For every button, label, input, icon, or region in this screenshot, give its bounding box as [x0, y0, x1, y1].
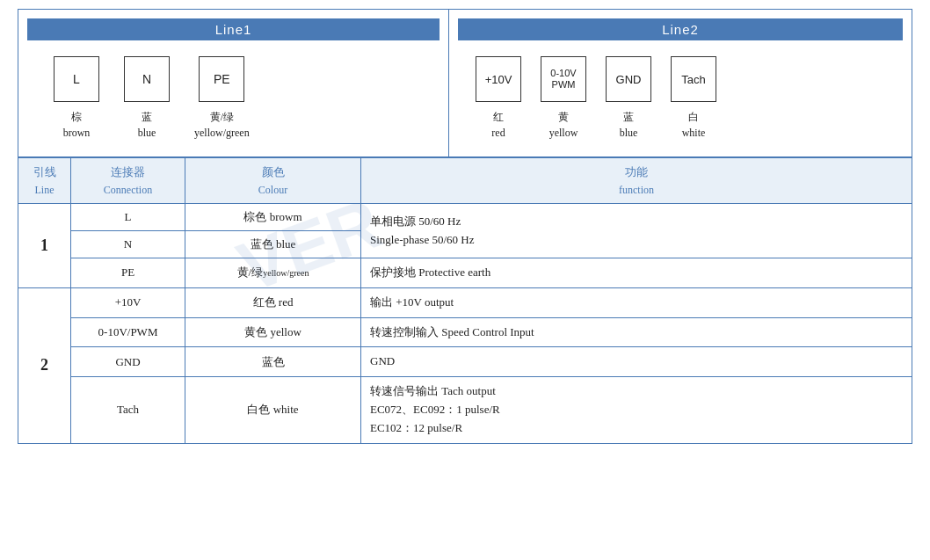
- col-line-en: Line: [35, 184, 54, 196]
- label-pwm: 黄yellow: [549, 109, 578, 141]
- line2-block: Line2 +10V 红red 0-10VPWM 黄yellow GND 蓝bl…: [449, 10, 912, 156]
- label-PE: 黄/绿yellow/green: [194, 109, 250, 141]
- color-L-cell: 棕色 browm: [185, 204, 361, 231]
- box-L: L: [54, 56, 99, 102]
- line1-cell: 1: [18, 204, 71, 288]
- connector-pwm: 0-10VPWM 黄yellow: [541, 56, 586, 141]
- col-function: 功能 function: [361, 158, 912, 204]
- top-diagram: Line1 L 棕brown N 蓝blue PE 黄/绿yellow/gree…: [18, 9, 912, 157]
- table-row: GND 蓝色 GND: [18, 347, 912, 377]
- table-row: Tach 白色 white 转速信号输出 Tach output EC072、E…: [18, 377, 912, 443]
- connector-PE: PE 黄/绿yellow/green: [194, 56, 250, 141]
- connector-N: N 蓝blue: [124, 56, 170, 141]
- line2-connectors: +10V 红red 0-10VPWM 黄yellow GND 蓝blue Tac…: [458, 56, 903, 141]
- label-N: 蓝blue: [138, 109, 156, 141]
- color-tach-cell: 白色 white: [185, 377, 361, 443]
- label-L: 棕brown: [63, 109, 91, 141]
- color-gnd-cell: 蓝色: [185, 347, 361, 377]
- col-color-en: Colour: [258, 184, 287, 196]
- func-PE-cell: 保护接地 Protective earth: [361, 258, 912, 288]
- line1-connectors: L 棕brown N 蓝blue PE 黄/绿yellow/green: [27, 56, 440, 141]
- col-func-zh: 功能: [625, 165, 648, 178]
- conn-N-cell: N: [71, 231, 185, 258]
- col-conn-zh: 连接器: [111, 165, 145, 178]
- func-gnd-cell: GND: [361, 347, 912, 377]
- connector-10v: +10V 红red: [476, 56, 521, 141]
- color-N-cell: 蓝色 blue: [185, 231, 361, 258]
- line1-block: Line1 L 棕brown N 蓝blue PE 黄/绿yellow/gree…: [18, 10, 449, 156]
- box-PE: PE: [199, 56, 244, 102]
- line2-cell: 2: [18, 287, 71, 443]
- label-tach: 白white: [682, 109, 706, 141]
- func-10v-cell: 输出 +10V output: [361, 287, 912, 317]
- box-N: N: [124, 56, 170, 102]
- color-PE-cell: 黄/绿yellow/green: [185, 258, 361, 288]
- col-color-zh: 颜色: [262, 165, 285, 178]
- col-line-zh: 引线: [33, 165, 56, 178]
- box-pwm: 0-10VPWM: [541, 56, 586, 102]
- connector-gnd: GND 蓝blue: [606, 56, 651, 141]
- table-wrapper: 引线 Line 连接器 Connection 颜色 Colour 功能 func…: [18, 157, 912, 444]
- conn-10v-cell: +10V: [71, 287, 185, 317]
- func-L-cell: 单相电源 50/60 HzSingle-phase 50/60 Hz: [361, 204, 912, 258]
- connector-L: L 棕brown: [54, 56, 99, 141]
- conn-L-cell: L: [71, 204, 185, 231]
- col-connection: 连接器 Connection: [71, 158, 185, 204]
- conn-tach-cell: Tach: [71, 377, 185, 443]
- func-pwm-cell: 转速控制输入 Speed Control Input: [361, 317, 912, 347]
- col-conn-en: Connection: [104, 184, 152, 196]
- table-row: 1 L 棕色 browm 单相电源 50/60 HzSingle-phase 5…: [18, 204, 912, 231]
- table-header-row: 引线 Line 连接器 Connection 颜色 Colour 功能 func…: [18, 158, 912, 204]
- conn-pwm-cell: 0-10V/PWM: [71, 317, 185, 347]
- col-colour: 颜色 Colour: [185, 158, 361, 204]
- color-10v-cell: 红色 red: [185, 287, 361, 317]
- conn-PE-cell: PE: [71, 258, 185, 288]
- col-func-en: function: [619, 184, 654, 196]
- func-tach-cell: 转速信号输出 Tach output EC072、EC092：1 pulse/R…: [361, 377, 912, 443]
- table-row: PE 黄/绿yellow/green 保护接地 Protective earth: [18, 258, 912, 288]
- label-10v: 红red: [491, 109, 505, 141]
- col-line: 引线 Line: [18, 158, 71, 204]
- table-row: 0-10V/PWM 黄色 yellow 转速控制输入 Speed Control…: [18, 317, 912, 347]
- box-10v: +10V: [476, 56, 521, 102]
- line2-title: Line2: [458, 18, 903, 40]
- box-gnd: GND: [606, 56, 651, 102]
- connector-tach: Tach 白white: [671, 56, 716, 141]
- page-container: Line1 L 棕brown N 蓝blue PE 黄/绿yellow/gree…: [0, 0, 930, 453]
- conn-gnd-cell: GND: [71, 347, 185, 377]
- wiring-table: 引线 Line 连接器 Connection 颜色 Colour 功能 func…: [18, 157, 912, 444]
- label-gnd: 蓝blue: [620, 109, 638, 141]
- box-tach: Tach: [671, 56, 716, 102]
- line1-title: Line1: [27, 18, 440, 40]
- table-row: 2 +10V 红色 red 输出 +10V output: [18, 287, 912, 317]
- color-pwm-cell: 黄色 yellow: [185, 317, 361, 347]
